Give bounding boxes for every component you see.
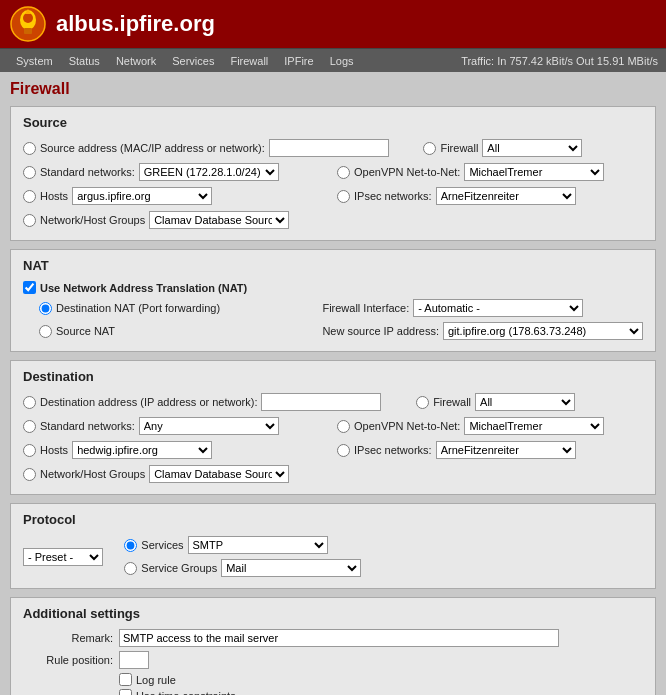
destination-title: Destination [23,369,643,384]
dest-col-right: OpenVPN Net-to-Net: MichaelTremer IPsec … [337,416,643,484]
source-firewall-select[interactable]: All [482,139,582,157]
nav-firewall[interactable]: Firewall [222,51,276,71]
source-stdnet-row: Standard networks: GREEN (172.28.1.0/24) [23,162,329,182]
protocol-services-radio[interactable] [124,539,137,552]
protocol-options: Services SMTP Service Groups Mail [124,535,361,578]
traffic-info: Traffic: In 757.42 kBit/s Out 15.91 MBit… [461,55,658,67]
destination-section: Destination Destination address (IP addr… [10,360,656,495]
dest-address-input[interactable] [261,393,381,411]
dest-nhgroups-label: Network/Host Groups [40,468,145,480]
dest-stdnet-label: Standard networks: [40,420,135,432]
log-rule-checkbox[interactable] [119,673,132,686]
protocol-svcgroups-select[interactable]: Mail [221,559,361,577]
nat-use-label: Use Network Address Translation (NAT) [40,282,247,294]
svg-point-2 [23,13,33,23]
use-time-row: Use time constraints [119,689,643,695]
rule-position-label: Rule position: [23,654,113,666]
source-stdnet-label: Standard networks: [40,166,135,178]
protocol-services-label: Services [141,539,183,551]
source-nhgroups-select[interactable]: Clamav Database Sources [149,211,289,229]
protocol-section: Protocol - Preset - Services SMTP Servic… [10,503,656,589]
source-ipsec-row: IPsec networks: ArneFitzenreiter [337,186,643,206]
svg-rect-4 [24,28,32,34]
dest-firewall-radio[interactable] [416,396,429,409]
dest-ipsec-row: IPsec networks: ArneFitzenreiter [337,440,643,460]
nav-services[interactable]: Services [164,51,222,71]
nat-new-source-label: New source IP address: [322,325,439,337]
dest-hosts-select[interactable]: hedwig.ipfire.org [72,441,212,459]
source-hosts-radio[interactable] [23,190,36,203]
source-title: Source [23,115,643,130]
dest-col-left: Standard networks: Any Hosts hedwig.ipfi… [23,416,329,484]
source-firewall-radio[interactable] [423,142,436,155]
remark-row: Remark: [23,629,643,647]
nav-network[interactable]: Network [108,51,164,71]
protocol-svcgroups-radio[interactable] [124,562,137,575]
nat-dest-row: Destination NAT (Port forwarding) [23,298,314,318]
nav-system[interactable]: System [8,51,61,71]
dest-nhgroups-select[interactable]: Clamav Database Sources [149,465,289,483]
nat-use-row: Use Network Address Translation (NAT) [23,281,643,294]
source-address-input[interactable] [269,139,389,157]
nat-right: Firewall Interface: - Automatic - New so… [322,298,643,341]
nat-section: NAT Use Network Address Translation (NAT… [10,249,656,352]
nat-use-checkbox[interactable] [23,281,36,294]
destination-body: Destination address (IP address or netwo… [23,392,643,484]
dest-nhgroups-radio[interactable] [23,468,36,481]
dest-ipsec-radio[interactable] [337,444,350,457]
source-openvpn-select[interactable]: MichaelTremer [464,163,604,181]
nav-ipfire[interactable]: IPFire [276,51,321,71]
dest-ipsec-select[interactable]: ArneFitzenreiter [436,441,576,459]
source-openvpn-radio[interactable] [337,166,350,179]
dest-firewall-select[interactable]: All [475,393,575,411]
protocol-title: Protocol [23,512,643,527]
use-time-checkbox[interactable] [119,689,132,695]
source-address-label: Source address (MAC/IP address or networ… [40,142,265,154]
log-rule-row: Log rule [119,673,643,686]
source-stdnet-select[interactable]: GREEN (172.28.1.0/24) [139,163,279,181]
nat-new-source-select[interactable]: git.ipfire.org (178.63.73.248) [443,322,643,340]
source-hosts-label: Hosts [40,190,68,202]
source-address-row: Source address (MAC/IP address or networ… [23,138,643,158]
source-ipsec-radio[interactable] [337,190,350,203]
dest-nhgroups-row: Network/Host Groups Clamav Database Sour… [23,464,329,484]
source-address-radio[interactable] [23,142,36,155]
dest-stdnet-select[interactable]: Any [139,417,279,435]
dest-hosts-radio[interactable] [23,444,36,457]
source-hosts-select[interactable]: argus.ipfire.org [72,187,212,205]
dest-ipsec-label: IPsec networks: [354,444,432,456]
dest-openvpn-select[interactable]: MichaelTremer [464,417,604,435]
source-ipsec-select[interactable]: ArneFitzenreiter [436,187,576,205]
source-ipsec-label: IPsec networks: [354,190,432,202]
use-time-label: Use time constraints [136,690,236,696]
nat-dest-radio[interactable] [39,302,52,315]
log-rule-label: Log rule [136,674,176,686]
source-section: Source Source address (MAC/IP address or… [10,106,656,241]
source-nhgroups-label: Network/Host Groups [40,214,145,226]
nat-new-source-row: New source IP address: git.ipfire.org (1… [322,321,643,341]
nat-source-radio[interactable] [39,325,52,338]
remark-input[interactable] [119,629,559,647]
nav-status[interactable]: Status [61,51,108,71]
dest-stdnet-row: Standard networks: Any [23,416,329,436]
dest-address-radio[interactable] [23,396,36,409]
nat-fw-interface-select[interactable]: - Automatic - [413,299,583,317]
nat-source-label: Source NAT [56,325,115,337]
source-nhgroups-radio[interactable] [23,214,36,227]
dest-stdnet-radio[interactable] [23,420,36,433]
protocol-services-select[interactable]: SMTP [188,536,328,554]
rule-position-input[interactable] [119,651,149,669]
dest-hosts-label: Hosts [40,444,68,456]
source-stdnet-radio[interactable] [23,166,36,179]
protocol-svcgroups-row: Service Groups Mail [124,558,361,578]
dest-openvpn-radio[interactable] [337,420,350,433]
dest-hosts-row: Hosts hedwig.ipfire.org [23,440,329,460]
protocol-services-row: Services SMTP [124,535,361,555]
nat-fw-interface-row: Firewall Interface: - Automatic - [322,298,643,318]
nav-logs[interactable]: Logs [322,51,362,71]
navbar: System Status Network Services Firewall … [0,48,666,72]
header: albus.ipfire.org [0,0,666,48]
dest-row2: Standard networks: Any Hosts hedwig.ipfi… [23,416,643,484]
protocol-preset-select[interactable]: - Preset - [23,548,103,566]
source-openvpn-row: OpenVPN Net-to-Net: MichaelTremer [337,162,643,182]
